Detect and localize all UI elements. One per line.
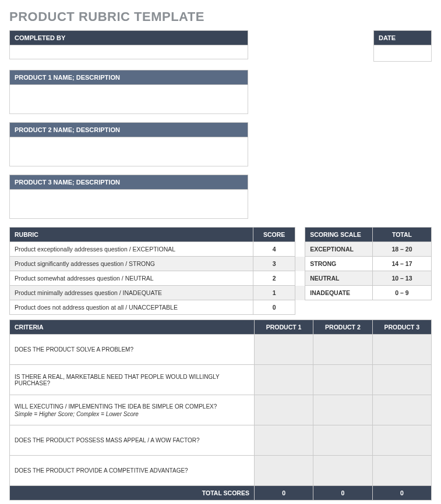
product-1-input[interactable] bbox=[9, 85, 248, 114]
criteria-score-p2[interactable] bbox=[313, 335, 372, 365]
completed-by-input[interactable] bbox=[9, 45, 248, 59]
criteria-score-p1[interactable] bbox=[254, 456, 313, 486]
rubric-score: 0 bbox=[253, 300, 295, 315]
date-label: DATE bbox=[373, 30, 432, 45]
rubric-desc: Product does not address question at all… bbox=[10, 300, 253, 315]
rubric-total: 18 – 20 bbox=[372, 242, 431, 257]
rubric-score: 2 bbox=[253, 271, 295, 286]
criteria-text: IS THERE A REAL, MARKETABLE NEED THAT PE… bbox=[10, 365, 255, 395]
rubric-header-row: RUBRIC SCORE SCORING SCALE TOTAL bbox=[10, 228, 432, 242]
rubric-header-total: TOTAL bbox=[372, 228, 431, 242]
criteria-header-criteria: CRITERIA bbox=[10, 320, 255, 335]
header-row: COMPLETED BY DATE bbox=[9, 30, 432, 62]
criteria-header-p3: PRODUCT 3 bbox=[372, 320, 431, 335]
rubric-score: 4 bbox=[253, 242, 295, 257]
date-block: DATE bbox=[373, 30, 432, 62]
product-1-label: PRODUCT 1 NAME; DESCRIPTION bbox=[9, 70, 248, 85]
rubric-scale: INADEQUATE bbox=[305, 286, 373, 300]
criteria-score-p1[interactable] bbox=[254, 335, 313, 365]
product-2-input[interactable] bbox=[9, 137, 248, 166]
rubric-total: 0 – 9 bbox=[372, 286, 431, 300]
product-3-block: PRODUCT 3 NAME; DESCRIPTION bbox=[9, 175, 248, 219]
rubric-scale: STRONG bbox=[305, 257, 373, 271]
rubric-desc: Product exceptionally addresses question… bbox=[10, 242, 253, 257]
product-1-block: PRODUCT 1 NAME; DESCRIPTION bbox=[9, 70, 248, 114]
rubric-scale: EXCEPTIONAL bbox=[305, 242, 373, 257]
criteria-score-p3[interactable] bbox=[372, 456, 431, 486]
criteria-text: DOES THE PRODUCT POSSESS MASS APPEAL / A… bbox=[10, 425, 255, 456]
total-score-p2: 0 bbox=[313, 486, 372, 501]
product-2-block: PRODUCT 2 NAME; DESCRIPTION bbox=[9, 122, 248, 166]
rubric-header-rubric: RUBRIC bbox=[10, 228, 253, 242]
rubric-row: Product minimally addresses question / I… bbox=[10, 286, 432, 300]
criteria-text: WILL EXECUTING / IMPLEMENTING THE IDEA B… bbox=[10, 395, 255, 425]
rubric-total: 10 – 13 bbox=[372, 271, 431, 286]
criteria-score-p1[interactable] bbox=[254, 425, 313, 456]
rubric-score: 3 bbox=[253, 257, 295, 271]
date-input[interactable] bbox=[373, 45, 432, 62]
rubric-desc: Product significantly addresses question… bbox=[10, 257, 253, 271]
page-title: PRODUCT RUBRIC TEMPLATE bbox=[9, 9, 432, 24]
criteria-score-p3[interactable] bbox=[372, 365, 431, 395]
rubric-row: Product significantly addresses question… bbox=[10, 257, 432, 271]
criteria-score-p2[interactable] bbox=[313, 365, 372, 395]
rubric-row: Product does not address question at all… bbox=[10, 300, 432, 315]
rubric-desc: Product minimally addresses question / I… bbox=[10, 286, 253, 300]
criteria-row: WILL EXECUTING / IMPLEMENTING THE IDEA B… bbox=[10, 395, 432, 425]
rubric-row: Product somewhat addresses question / NE… bbox=[10, 271, 432, 286]
criteria-score-p3[interactable] bbox=[372, 335, 431, 365]
total-scores-row: TOTAL SCORES 0 0 0 bbox=[10, 486, 432, 501]
criteria-row: DOES THE PRODUCT POSSESS MASS APPEAL / A… bbox=[10, 425, 432, 456]
completed-by-label: COMPLETED BY bbox=[9, 30, 248, 45]
criteria-row: DOES THE PRODUCT SOLVE A PROBLEM? bbox=[10, 335, 432, 365]
rubric-table: RUBRIC SCORE SCORING SCALE TOTAL Product… bbox=[9, 227, 432, 315]
rubric-desc: Product somewhat addresses question / NE… bbox=[10, 271, 253, 286]
rubric-score: 1 bbox=[253, 286, 295, 300]
criteria-score-p2[interactable] bbox=[313, 425, 372, 456]
criteria-text: DOES THE PRODUCT SOLVE A PROBLEM? bbox=[10, 335, 255, 365]
rubric-scale: NEUTRAL bbox=[305, 271, 373, 286]
criteria-score-p3[interactable] bbox=[372, 425, 431, 456]
criteria-row: IS THERE A REAL, MARKETABLE NEED THAT PE… bbox=[10, 365, 432, 395]
total-score-p1: 0 bbox=[254, 486, 313, 501]
product-2-label: PRODUCT 2 NAME; DESCRIPTION bbox=[9, 122, 248, 137]
criteria-score-p2[interactable] bbox=[313, 456, 372, 486]
rubric-header-scale: SCORING SCALE bbox=[305, 228, 373, 242]
criteria-header-p1: PRODUCT 1 bbox=[254, 320, 313, 335]
criteria-header-row: CRITERIA PRODUCT 1 PRODUCT 2 PRODUCT 3 bbox=[10, 320, 432, 335]
rubric-row: Product exceptionally addresses question… bbox=[10, 242, 432, 257]
rubric-header-gap bbox=[295, 228, 305, 242]
total-scores-label: TOTAL SCORES bbox=[10, 486, 255, 501]
criteria-header-p2: PRODUCT 2 bbox=[313, 320, 372, 335]
criteria-table: CRITERIA PRODUCT 1 PRODUCT 2 PRODUCT 3 D… bbox=[9, 320, 432, 501]
criteria-text: DOES THE PRODUCT PROVIDE A COMPETITIVE A… bbox=[10, 456, 255, 486]
completed-by-block: COMPLETED BY bbox=[9, 30, 248, 62]
product-3-label: PRODUCT 3 NAME; DESCRIPTION bbox=[9, 175, 248, 190]
criteria-score-p1[interactable] bbox=[254, 365, 313, 395]
rubric-total: 14 – 17 bbox=[372, 257, 431, 271]
criteria-row: DOES THE PRODUCT PROVIDE A COMPETITIVE A… bbox=[10, 456, 432, 486]
rubric-header-score: SCORE bbox=[253, 228, 295, 242]
product-3-input[interactable] bbox=[9, 190, 248, 219]
criteria-score-p2[interactable] bbox=[313, 395, 372, 425]
total-score-p3: 0 bbox=[372, 486, 431, 501]
criteria-score-p3[interactable] bbox=[372, 395, 431, 425]
criteria-score-p1[interactable] bbox=[254, 395, 313, 425]
